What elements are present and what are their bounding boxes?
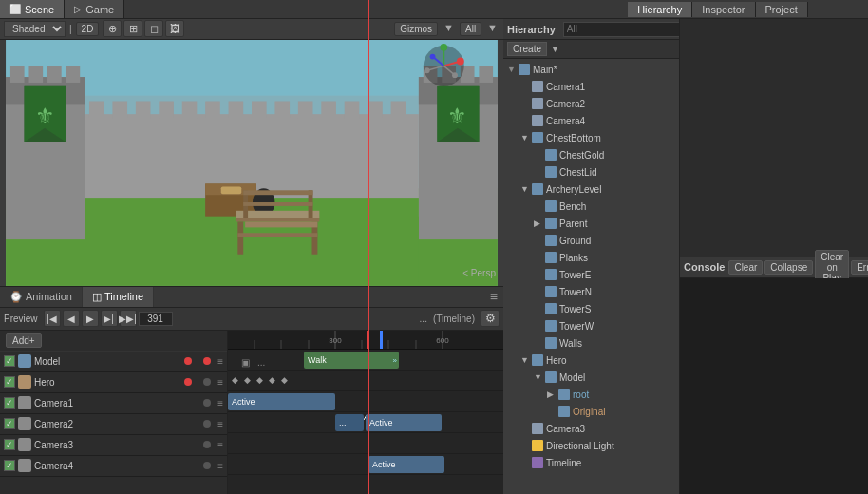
scene-viewport[interactable]: ⚜ ⚜	[0, 40, 503, 286]
scene-icon-4[interactable]: 🖼	[165, 20, 184, 37]
hier-camera1[interactable]: Camera1	[503, 78, 679, 95]
shading-dropdown[interactable]: Shaded	[4, 21, 66, 37]
hier-original[interactable]: Original	[503, 403, 679, 420]
track-row-camera1[interactable]: ✓ Camera1 ≡	[0, 393, 227, 414]
scene-icon-2[interactable]: ⊞	[123, 20, 142, 37]
track-toggle-camera2[interactable]: ✓	[4, 418, 15, 429]
track-row-camera4[interactable]: ✓ Camera4 ≡	[0, 456, 227, 477]
track-dot-model2	[203, 357, 211, 365]
tab-scene-label: Scene	[25, 4, 54, 15]
anim-menu-icon[interactable]: ≡	[484, 289, 503, 304]
tab-animation[interactable]: ⌚ Animation	[0, 287, 83, 307]
hierarchy-search[interactable]	[563, 22, 691, 37]
hier-walls[interactable]: Walls	[503, 334, 679, 352]
hier-camera3b[interactable]: Camera3	[503, 420, 679, 437]
track-menu-model[interactable]: ≡	[217, 356, 223, 367]
anim-toolbar: Preview |◀ ◀ ▶ ▶| ▶▶| ... (Timeline) ⚙	[0, 308, 503, 331]
tab-project[interactable]: Project	[756, 2, 808, 17]
clip-active2-camera2[interactable]: Active	[366, 414, 442, 431]
hier-archerylevel[interactable]: ▼ ArcheryLevel	[503, 180, 679, 198]
main-layout: Shaded | 2D ⊕ ⊞ ◻ 🖼 Gizmos ▼ All ▼	[0, 19, 868, 494]
hier-towerw[interactable]: TowerW	[503, 317, 679, 334]
hier-dirlight[interactable]: Directional Light	[503, 437, 679, 454]
svg-rect-42	[237, 221, 243, 254]
btn-next-keyframe[interactable]: ▶▶|	[120, 310, 137, 327]
track-row-camera2[interactable]: ✓ Camera2 ≡	[0, 414, 227, 435]
hier-root[interactable]: ▶ root	[503, 386, 679, 403]
hier-camera2[interactable]: Camera2	[503, 95, 679, 112]
console-collapse-btn[interactable]: Collapse	[764, 260, 813, 275]
hier-hero[interactable]: ▼ Hero	[503, 352, 679, 369]
track-toggle-camera3[interactable]: ✓	[4, 439, 15, 450]
hier-icon-camera1	[532, 81, 543, 92]
btn-next-frame[interactable]: ▶|	[101, 310, 118, 327]
tab-inspector[interactable]: Inspector	[692, 2, 755, 17]
add-button[interactable]: Add+	[6, 333, 42, 348]
track-menu-hero[interactable]: ≡	[217, 377, 223, 388]
hier-chestlid[interactable]: ChestLid	[503, 163, 679, 180]
hier-timeline[interactable]: Timeline	[503, 454, 679, 471]
scene-icon-1[interactable]: ⊕	[103, 20, 122, 37]
svg-rect-30	[274, 101, 290, 118]
svg-point-55	[440, 44, 447, 51]
track-dot-camera4[interactable]	[203, 462, 211, 469]
track-toggle-hero[interactable]: ✓	[4, 376, 15, 388]
hier-parent[interactable]: ▶ Parent	[503, 215, 679, 232]
scene-icon-3[interactable]: ◻	[144, 20, 163, 37]
hier-main[interactable]: ▼ Main*	[503, 61, 679, 78]
hier-bench[interactable]: Bench	[503, 198, 679, 215]
clip-active-camera1[interactable]: Active	[228, 393, 335, 410]
anim-settings-icon[interactable]: ⚙	[481, 310, 500, 327]
timeline-ruler[interactable]: 300 600	[228, 331, 503, 350]
track-toggle-camera1[interactable]: ✓	[4, 397, 15, 408]
track-menu-camera2[interactable]: ≡	[217, 419, 223, 429]
hier-icon-model	[545, 371, 557, 383]
hier-chestbottom[interactable]: ▼ ChestBottom	[503, 129, 679, 146]
hier-towers[interactable]: TowerS	[503, 300, 679, 317]
clip-active-camera4[interactable]: Active	[368, 456, 444, 473]
tab-scene[interactable]: ⬜ Scene	[0, 0, 65, 18]
btn-play[interactable]: ▶	[82, 310, 99, 327]
track-dot-model[interactable]	[184, 357, 192, 365]
frame-input[interactable]	[139, 312, 173, 326]
track-dot-camera3[interactable]	[203, 441, 211, 448]
2d-btn[interactable]: 2D	[76, 22, 100, 36]
console-error-pause-btn[interactable]: Err	[851, 260, 868, 275]
hero-keyframes: ◆ ◆ ◆ ◆ ◆	[228, 370, 503, 390]
clip-walk[interactable]: Walk »	[304, 352, 399, 369]
hier-chestgold[interactable]: ChestGold	[503, 146, 679, 163]
tab-game[interactable]: ▷ Game	[65, 0, 124, 18]
track-row-hero[interactable]: ✓ Hero ≡	[0, 372, 227, 393]
tab-timeline[interactable]: ◫ Timeline	[83, 287, 154, 307]
console-clear-btn[interactable]: Clear	[728, 260, 763, 275]
btn-prev-frame[interactable]: ◀	[63, 310, 80, 327]
track-row-model[interactable]: ✓ Model ≡	[0, 352, 227, 372]
track-menu-camera1[interactable]: ≡	[217, 398, 223, 408]
hier-model[interactable]: ▼ Model	[503, 369, 679, 386]
btn-prev-keyframe[interactable]: |◀	[44, 310, 61, 327]
hier-towern[interactable]: TowerN	[503, 283, 679, 300]
track-dot-camera2[interactable]	[203, 420, 211, 428]
hierarchy-content[interactable]: ▼ Main* Camera1 Camera2	[503, 59, 679, 494]
clip-dots-camera2[interactable]: ...	[335, 414, 364, 431]
hier-arrow-model: ▼	[534, 372, 545, 382]
create-button[interactable]: Create	[507, 42, 547, 56]
all-btn[interactable]: All	[460, 22, 481, 36]
track-row-camera3[interactable]: ✓ Camera3 ≡	[0, 435, 227, 456]
gizmos-btn[interactable]: Gizmos	[394, 22, 438, 36]
track-dot-hero[interactable]	[184, 378, 192, 386]
hierarchy-title: Hierarchy	[507, 24, 556, 35]
track-menu-camera3[interactable]: ≡	[217, 440, 223, 450]
tab-game-label: Game	[85, 4, 114, 15]
hier-ground[interactable]: Ground	[503, 232, 679, 249]
track-menu-camera4[interactable]: ≡	[217, 461, 223, 471]
tab-hierarchy[interactable]: Hierarchy	[628, 2, 692, 17]
timeline-tracks[interactable]: Walk » ▣ ...	[228, 350, 503, 494]
hier-camera4[interactable]: Camera4	[503, 112, 679, 129]
timeline-area[interactable]: 300 600	[228, 331, 503, 494]
track-toggle-camera4[interactable]: ✓	[4, 460, 15, 471]
hier-planks[interactable]: Planks	[503, 249, 679, 266]
hier-towere[interactable]: TowerE	[503, 266, 679, 283]
track-toggle-model[interactable]: ✓	[4, 355, 15, 367]
track-dot-camera1[interactable]	[203, 399, 211, 407]
